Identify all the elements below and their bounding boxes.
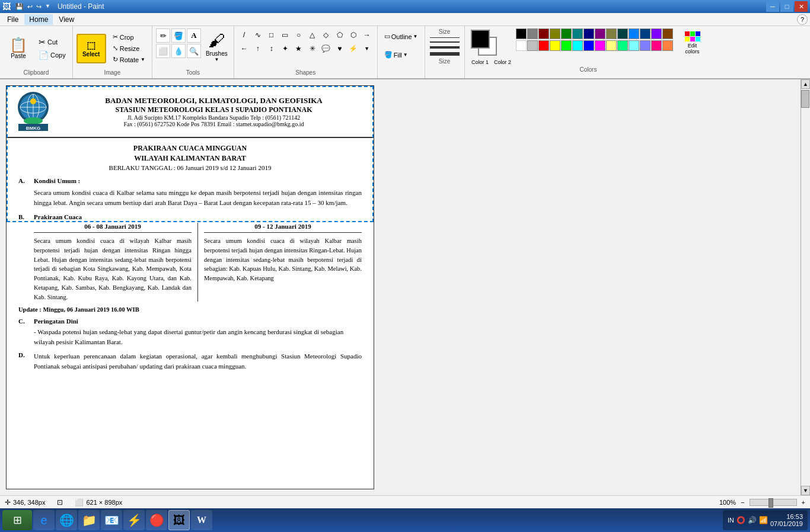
swatch-lightyellow[interactable] [606,40,617,51]
swatch-darkred[interactable] [538,28,549,39]
menu-item-view[interactable]: View [54,14,79,25]
shape-line[interactable]: / [238,28,251,41]
quick-access-save[interactable]: 💾 [15,3,24,11]
swatch-darkyellow[interactable] [606,28,617,39]
swatch-lightblue[interactable] [640,40,650,51]
shape-rect[interactable]: □ [265,28,278,41]
shape-heart[interactable]: ♥ [333,42,346,55]
fill-button[interactable]: 🪣 Fill ▼ [381,49,421,60]
scroll-up-button[interactable]: ▲ [801,79,810,89]
swatch-purple[interactable] [595,28,605,39]
size-2px[interactable] [430,41,460,43]
outline-button[interactable]: ▭ Outline ▼ [381,31,421,42]
taskbar-chrome[interactable]: 🌐 [56,510,77,530]
crop-button[interactable]: ✂ Crop [110,32,148,42]
minimize-button[interactable]: ─ [766,1,779,12]
taskbar-app5[interactable]: ⚡ [123,510,145,530]
taskbar-app6[interactable]: 🔴 [146,510,167,530]
copy-button[interactable]: 📄 Copy [36,49,69,61]
menu-item-file[interactable]: File [2,14,23,25]
swatch-violet[interactable] [651,28,662,39]
size-4px[interactable] [430,46,460,49]
swatch-black[interactable] [516,28,527,39]
ie-icon: e [40,514,47,527]
shape-rect-round[interactable]: ▭ [279,28,292,41]
shape-lightning[interactable]: ⚡ [347,42,360,55]
swatch-brown[interactable] [662,28,673,39]
taskbar-word[interactable]: W [191,510,212,530]
taskbar-folder[interactable]: 📁 [78,510,100,530]
swatch-blue[interactable] [629,28,639,39]
swatch-silver[interactable] [527,40,538,51]
shape-curve[interactable]: ∿ [251,28,264,41]
shape-pentagon[interactable]: ⬠ [333,28,346,41]
select-button[interactable]: ⬚ Select [76,34,106,63]
zoom-slider[interactable] [750,499,797,506]
fill-tool[interactable]: 🪣 [171,28,186,43]
menu-item-home[interactable]: Home [24,14,53,25]
zoom-in-button[interactable]: + [802,499,805,506]
pencil-tool[interactable]: ✏ [156,28,170,43]
shape-star4[interactable]: ✦ [279,42,292,55]
eraser-tool[interactable]: ⬜ [156,44,170,58]
maximize-button[interactable]: □ [780,1,793,12]
swatch-darkgreen[interactable] [561,28,572,39]
quick-access-redo[interactable]: ↪ [36,3,42,11]
shape-diamond[interactable]: ◇ [320,28,333,41]
rotate-button[interactable]: ↻ Rotate ▼ [110,55,148,65]
swatch-orange[interactable] [662,40,673,51]
swatch-red[interactable] [538,40,549,51]
swatch-yellow[interactable] [550,40,560,51]
shape-hexagon[interactable]: ⬡ [347,28,360,41]
swatch-mint[interactable] [617,40,628,51]
close-button[interactable]: ✕ [795,1,808,12]
shape-callout[interactable]: 💬 [320,42,333,55]
size-6px[interactable] [430,52,460,56]
swatch-magenta[interactable] [595,40,605,51]
shape-star6[interactable]: ✳ [306,42,319,55]
taskbar-paint-active[interactable]: 🖼 [168,510,190,530]
swatch-darkblue[interactable] [640,28,650,39]
edit-colors-button[interactable]: Edit colors [678,28,707,57]
size-1px[interactable] [430,37,460,38]
canvas-scroll-area[interactable]: BMKG BADAN METEOROLOGI, KLIMATOLOGI, DAN… [0,79,801,495]
swatch-darkteal[interactable] [617,28,628,39]
color-picker-tool[interactable]: 💧 [171,44,186,58]
zoom-tool[interactable]: 🔍 [187,44,201,58]
quick-access-dropdown[interactable]: ▼ [45,3,50,11]
swatch-lightcyan[interactable] [629,40,639,51]
swatch-navy[interactable] [583,28,594,39]
cut-button[interactable]: ✂ Cut [36,36,69,48]
shape-ellipse[interactable]: ○ [292,28,305,41]
paste-button[interactable]: 📋 Paste [4,36,33,61]
color1-swatch[interactable] [471,30,490,49]
quick-access-undo[interactable]: ↩ [27,3,33,11]
shape-arrow-up[interactable]: ↑ [251,42,264,55]
swatch-teal[interactable] [572,28,583,39]
scroll-thumb[interactable] [801,90,809,108]
scroll-track[interactable] [801,89,810,486]
swatch-olive[interactable] [550,28,560,39]
swatch-gray[interactable] [527,28,538,39]
text-tool[interactable]: A [187,28,201,43]
help-button[interactable]: ? [797,14,808,25]
shape-triangle[interactable]: △ [306,28,319,41]
resize-button[interactable]: ⤡ Resize [110,43,148,53]
swatch-white[interactable] [516,40,527,51]
start-button[interactable]: ⊞ [2,510,32,530]
swatch-cyan[interactable] [572,40,583,51]
brushes-button[interactable]: 🖌 Brushes ▼ [203,28,230,65]
shape-more[interactable]: ▼ [361,42,374,55]
shape-arrow-right[interactable]: → [361,28,374,41]
shape-arrow-4[interactable]: ↕ [265,42,278,55]
taskbar-outlook[interactable]: 📧 [101,510,122,530]
taskbar-ie[interactable]: e [33,510,55,530]
shape-star5[interactable]: ★ [292,42,305,55]
vertical-scrollbar[interactable]: ▲ ▼ [801,79,810,495]
swatch-pink[interactable] [651,40,662,51]
zoom-out-button[interactable]: − [741,499,744,506]
swatch-brightblue[interactable] [583,40,594,51]
scroll-down-button[interactable]: ▼ [801,486,810,495]
shape-arrow-left[interactable]: ← [238,42,251,55]
swatch-lime[interactable] [561,40,572,51]
